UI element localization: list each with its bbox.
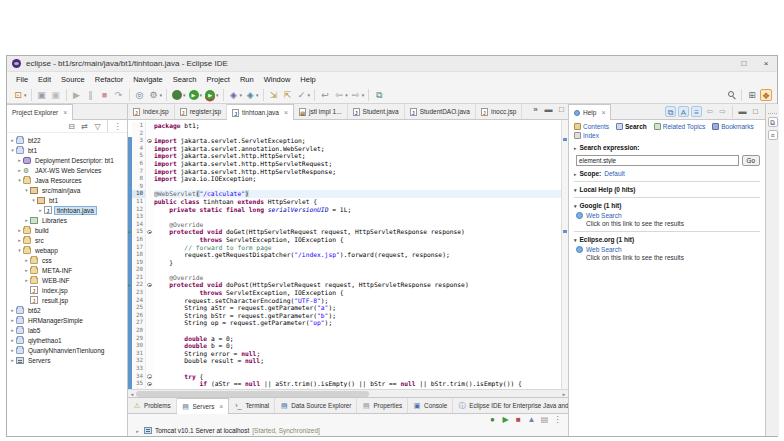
tree-item-libraries[interactable]: ▸Libraries bbox=[7, 215, 127, 225]
horizontal-scrollbar[interactable]: ◂ ▸ bbox=[128, 389, 568, 397]
highlight-terms-icon[interactable]: A bbox=[678, 106, 689, 117]
tree-item-css[interactable]: ▸css bbox=[7, 255, 127, 265]
tab-project-explorer[interactable]: Project Explorer × bbox=[7, 104, 73, 120]
bottom-tab-problems[interactable]: ⚠Problems bbox=[128, 398, 177, 413]
tree-expand-icon[interactable]: ▸ bbox=[9, 317, 16, 323]
show-categories-icon[interactable]: ≡ bbox=[691, 106, 702, 117]
bottom-tab-terminal[interactable]: ›_Terminal bbox=[229, 398, 275, 413]
menu-help[interactable]: Help bbox=[295, 74, 320, 85]
close-button[interactable]: × bbox=[755, 59, 777, 68]
close-icon[interactable]: × bbox=[219, 403, 223, 410]
tree-item-bt1[interactable]: ▾bt1 bbox=[7, 195, 127, 205]
stop-server-icon[interactable]: ■ bbox=[513, 414, 524, 425]
menu-edit[interactable]: Edit bbox=[33, 74, 56, 85]
scrollbar-thumb[interactable] bbox=[136, 391, 369, 397]
tree-expand-icon[interactable]: ▸ bbox=[16, 237, 23, 243]
tree-item-deployment-descriptor-bt1[interactable]: ▸Deployment Descriptor: bt1 bbox=[7, 155, 127, 165]
tree-item-bt1[interactable]: ▾bt1 bbox=[7, 145, 127, 155]
code-editor[interactable]: 1package bt1;23import jakarta.servlet.Se… bbox=[128, 120, 568, 389]
tree-expand-icon[interactable]: ▸ bbox=[9, 337, 16, 343]
import-icon[interactable]: ⇲ bbox=[268, 89, 280, 101]
overview-marker[interactable] bbox=[563, 230, 567, 233]
editor-tab-tinhtoan-java[interactable]: Jtinhtoan.java× bbox=[227, 104, 294, 120]
twisty-icon[interactable]: ▸ bbox=[574, 171, 577, 177]
coverage-icon[interactable]: ▶ bbox=[205, 90, 215, 100]
bottom-tab-servers[interactable]: ▤Servers× bbox=[177, 398, 230, 414]
forward-icon[interactable]: ⇨ bbox=[717, 106, 728, 117]
tree-expand-icon[interactable]: ▸ bbox=[9, 327, 16, 333]
tree-expand-icon[interactable]: ▾ bbox=[16, 247, 23, 253]
go-button[interactable]: Go bbox=[742, 155, 760, 166]
twisty-icon[interactable]: ▸ bbox=[574, 145, 577, 151]
dropdown-arrow-icon[interactable]: ▾ bbox=[256, 92, 259, 98]
link-help-icon[interactable]: ⧉ bbox=[665, 106, 676, 117]
publish-server-icon[interactable]: ▲ bbox=[526, 414, 537, 425]
menu-source[interactable]: Source bbox=[56, 74, 90, 85]
tree-expand-icon[interactable]: ▸ bbox=[9, 307, 16, 313]
editor-tab-studentdao-java[interactable]: JStudentDAO.java bbox=[405, 104, 476, 119]
javaee-perspective-icon[interactable]: ❖ bbox=[760, 89, 772, 101]
view-menu-icon[interactable]: ⋮ bbox=[552, 414, 563, 425]
fold-collapse-icon[interactable] bbox=[147, 382, 152, 387]
editor-tab-register-jsp[interactable]: Jregister.jsp bbox=[175, 104, 227, 119]
resume-icon[interactable]: ▶ bbox=[71, 89, 83, 101]
fold-collapse-icon[interactable] bbox=[147, 374, 152, 379]
dropdown-arrow-icon[interactable]: ▾ bbox=[240, 92, 243, 98]
dropdown-arrow-icon[interactable]: ▾ bbox=[183, 92, 186, 98]
tree-expand-icon[interactable]: ▸ bbox=[23, 277, 30, 283]
bottom-tab-console[interactable]: ▣Console bbox=[408, 398, 453, 413]
new-webservice-icon[interactable]: ◈ bbox=[244, 89, 256, 101]
view-menu-icon[interactable]: ⋮ bbox=[112, 121, 123, 132]
collapse-all-icon[interactable]: ⊟ bbox=[66, 121, 77, 132]
filter-icon[interactable]: ▽ bbox=[92, 121, 103, 132]
debug-server-icon[interactable]: ● bbox=[487, 414, 498, 425]
twisty-icon[interactable]: ▾ bbox=[574, 237, 577, 243]
dropdown-arrow-icon[interactable]: ▾ bbox=[24, 92, 27, 98]
tree-expand-icon[interactable]: ▸ bbox=[16, 167, 23, 173]
twisty-icon[interactable]: ▾ bbox=[574, 203, 577, 209]
tree-item-java-resources[interactable]: ▾Java Resources bbox=[7, 175, 127, 185]
restore-view-icon[interactable]: ⧉ bbox=[768, 117, 778, 127]
run-icon[interactable]: ▶ bbox=[189, 90, 199, 100]
search-expression-input[interactable] bbox=[576, 155, 739, 166]
overview-ruler[interactable] bbox=[561, 120, 568, 389]
server-list-item[interactable]: ▸ Tomcat v10.1 Server at localhost [Star… bbox=[128, 425, 568, 436]
tree-expand-icon[interactable]: ▸ bbox=[9, 357, 16, 363]
bottom-tab-data-source-explorer[interactable]: ▤Data Source Explorer bbox=[275, 398, 357, 413]
external-tools-icon[interactable]: ⚙ bbox=[148, 89, 160, 101]
tab-help[interactable]: Help × bbox=[569, 104, 611, 120]
close-icon[interactable]: × bbox=[284, 109, 288, 116]
editor-tab-index-jsp[interactable]: Jindex.jsp bbox=[128, 104, 175, 119]
close-icon[interactable]: × bbox=[63, 109, 67, 116]
tree-item-lab5[interactable]: ▸lab5 bbox=[7, 325, 127, 335]
fold-collapse-icon[interactable] bbox=[147, 230, 152, 235]
tree-item-servers[interactable]: ▸Servers bbox=[7, 355, 127, 365]
tree-item-src-main-java[interactable]: ▾src/main/java bbox=[7, 185, 127, 195]
web-search-link[interactable]: Web Search bbox=[576, 212, 760, 219]
new-servlet-icon[interactable]: ◈ bbox=[228, 89, 240, 101]
forward-icon[interactable]: ⇨ bbox=[350, 89, 362, 101]
bottom-tab-properties[interactable]: ▤Properties bbox=[357, 398, 408, 413]
expand-arrow-icon[interactable]: ▸ bbox=[134, 428, 141, 434]
tree-item-web-inf[interactable]: ▸WEB-INF bbox=[7, 275, 127, 285]
tree-expand-icon[interactable]: ▾ bbox=[16, 177, 23, 183]
tree-expand-icon[interactable]: ▸ bbox=[23, 267, 30, 273]
last-edit-icon[interactable]: ↩ bbox=[319, 89, 331, 101]
menu-project[interactable]: Project bbox=[202, 74, 235, 85]
tree-item-bt62[interactable]: ▸bt62 bbox=[7, 305, 127, 315]
tree-expand-icon[interactable]: ▸ bbox=[9, 347, 16, 353]
terminate-icon[interactable]: ■ bbox=[99, 89, 111, 101]
scroll-right-icon[interactable]: ▸ bbox=[560, 391, 568, 397]
editor-tab-inocc-jsp[interactable]: Jinocc.jsp bbox=[476, 104, 522, 119]
minimize-icon[interactable]: ▬ bbox=[737, 106, 748, 117]
tree-expand-icon[interactable]: ▾ bbox=[30, 197, 37, 203]
debug-icon[interactable] bbox=[172, 90, 182, 100]
search-icon[interactable] bbox=[725, 89, 737, 101]
link-editor-icon[interactable]: ⇄ bbox=[79, 121, 90, 132]
dropdown-arrow-icon[interactable]: ▾ bbox=[200, 92, 203, 98]
step-over-icon[interactable]: ↷ bbox=[113, 89, 125, 101]
back-icon[interactable]: ⇦ bbox=[333, 89, 345, 101]
save-icon[interactable]: ▣ bbox=[36, 89, 48, 101]
back-icon[interactable]: ⇦ bbox=[704, 106, 715, 117]
tab-overflow-icon[interactable]: » bbox=[530, 104, 541, 115]
